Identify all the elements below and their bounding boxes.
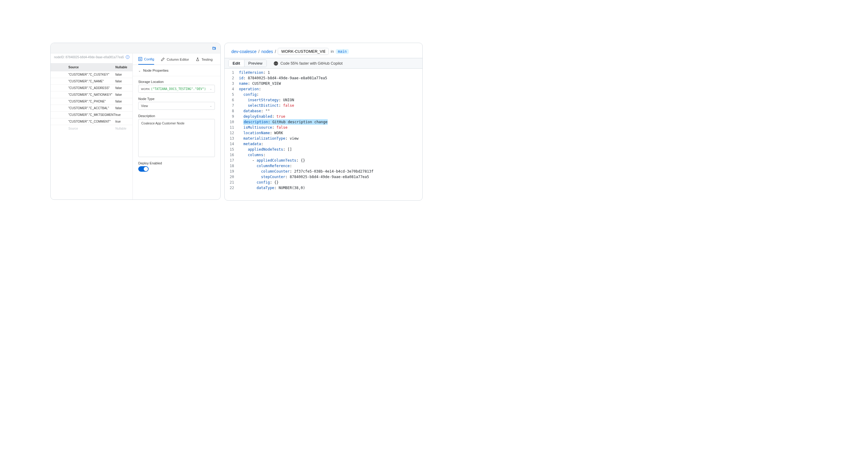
source-column-list: nodeID: 87840025-b8d4-49de-9aae-e8a081a7… [51,54,132,199]
sliders-icon [138,57,142,61]
table-row[interactable]: "CUSTOMER"."C_COMMENT"true [51,118,132,125]
table-row[interactable]: "CUSTOMER"."C_CUSTKEY"false [51,71,132,78]
storage-location-label: Storage Location [138,80,215,84]
node-id-text: nodeID: 87840025-b8d4-49de-9aae-e8a081a7… [54,56,124,59]
description-label: Description [138,114,215,118]
table-row[interactable]: "CUSTOMER"."C_NAME"false [51,78,132,85]
node-type-label: Node Type [138,97,215,101]
branch-badge[interactable]: main [336,49,349,54]
description-textarea[interactable]: Coalesce App Customer Node [138,119,215,157]
tab-config[interactable]: Config [138,57,154,65]
preview-tab[interactable]: Preview [244,60,267,67]
table-row[interactable]: "CUSTOMER"."C_ADDRESS"false [51,85,132,92]
deploy-enabled-label: Deploy Enabled [138,161,215,165]
code-editor[interactable]: 12345678910111213141516171819202122 file… [225,69,423,192]
table-row[interactable]: "CUSTOMER"."C_MKTSEGMENT"true [51,112,132,118]
copilot-icon [274,61,278,66]
table-row[interactable]: "CUSTOMER"."C_PHONE"false [51,98,132,105]
header-source: Source [51,63,115,71]
edit-tab[interactable]: Edit [228,60,244,67]
config-pane: Config Column Editor Testing ⌄ Node Prop… [132,54,220,199]
folder-delete-icon[interactable] [212,46,216,50]
header-nullable: Nullable [115,63,132,71]
help-icon[interactable]: ? [126,55,129,59]
storage-location-select[interactable]: WORK ("TATIANA_DOCS_TESTING"."DEV") ⌄ [138,85,215,93]
table-row[interactable]: "CUSTOMER"."C_ACCTBAL"false [51,105,132,112]
source-table-header: Source Nullable [51,63,132,71]
chevron-down-icon: ⌄ [210,87,212,90]
tab-column-editor[interactable]: Column Editor [161,57,189,65]
node-properties-header[interactable]: ⌄ Node Properties [133,65,220,76]
chevron-down-icon: ⌄ [210,104,212,107]
breadcrumb-folder[interactable]: nodes [261,49,273,54]
source-table-footer: Source Nullable [51,125,132,132]
breadcrumb: dev-coalesce / nodes / in main [225,43,423,58]
editor-toolbar: Edit Preview Code 55% faster with GitHub… [225,58,423,69]
copilot-promo[interactable]: Code 55% faster with GitHub Copilot [274,61,343,66]
deploy-enabled-toggle[interactable] [138,166,149,172]
coalesce-node-panel: nodeID: 87840025-b8d4-49de-9aae-e8a081a7… [50,43,221,200]
node-type-select[interactable]: View ⌄ [138,102,215,110]
github-editor-panel: dev-coalesce / nodes / in main Edit Prev… [224,43,423,201]
filename-input[interactable] [278,48,329,55]
pencil-icon [161,57,165,61]
left-toolbar [51,43,220,54]
flask-icon [196,57,199,61]
chevron-down-icon: ⌄ [138,69,141,72]
table-row[interactable]: "CUSTOMER"."C_NATIONKEY"false [51,92,132,98]
breadcrumb-repo[interactable]: dev-coalesce [231,49,257,54]
tab-testing[interactable]: Testing [196,57,212,65]
